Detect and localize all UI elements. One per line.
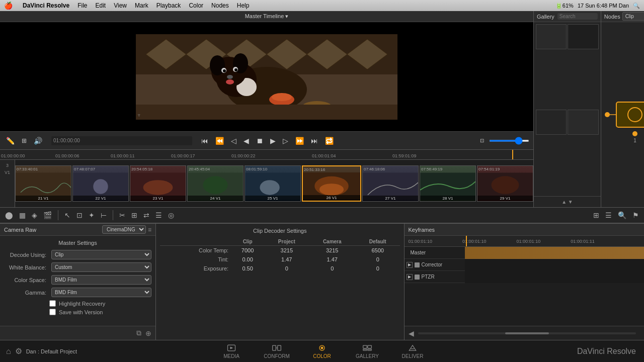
track-vi: V1: [5, 170, 10, 175]
settings-btn[interactable]: ⚙: [15, 346, 22, 356]
camera-raw-paste-btn[interactable]: ⊕: [145, 329, 151, 337]
kf-corrector-expand[interactable]: ▶: [407, 262, 413, 268]
gamma-select[interactable]: BMD Film Linear: [51, 288, 151, 297]
zoom-icon[interactable]: ⊡: [478, 137, 486, 144]
decode-select[interactable]: Clip Project: [51, 250, 151, 259]
playback-zoom-slider[interactable]: [489, 140, 529, 142]
save-with-version-cb[interactable]: [49, 309, 56, 315]
play-btn[interactable]: ▶: [268, 136, 278, 146]
rewind-btn[interactable]: ⏪: [213, 136, 226, 146]
menu-edit[interactable]: Edit: [96, 2, 106, 9]
svg-point-17: [223, 69, 226, 72]
nodes-title: Nodes: [604, 14, 620, 20]
nodes-icon[interactable]: ◈: [31, 210, 38, 220]
wb-select[interactable]: Custom Auto Daylight: [51, 262, 151, 272]
clip-26[interactable]: 20:51:33:16 26 V1: [302, 165, 361, 202]
nav-color[interactable]: COLOR: [299, 340, 345, 363]
menu-help[interactable]: Help: [237, 2, 250, 9]
preview-area[interactable]: ▿: [0, 22, 533, 131]
clip-28[interactable]: 07:56:49:19 28 V1: [420, 165, 476, 202]
nav-deliver[interactable]: DELIVER: [390, 340, 435, 363]
nav-conform[interactable]: CONFORM: [254, 340, 299, 363]
ruler-tc-6: 01:00:01:04: [312, 150, 336, 159]
flag-icon[interactable]: ⚑: [631, 210, 640, 220]
stop-btn[interactable]: ⏹: [254, 136, 265, 146]
camera-icon[interactable]: ⬤: [4, 210, 14, 220]
gallery-thumb-4[interactable]: [568, 110, 598, 135]
menubar-right: 🔋61% 17 Sun 6:48 PM Dan 🔍: [555, 3, 640, 9]
kf-ptzr-expand[interactable]: ▶: [407, 274, 413, 280]
list-view-icon[interactable]: ☰: [604, 210, 613, 220]
flag-icon[interactable]: ⊞: [20, 136, 29, 145]
gallery-thumb-3[interactable]: [536, 110, 567, 135]
decode-using-row: Decode Using: Clip Project: [4, 250, 151, 259]
reverse-btn[interactable]: ◀: [242, 136, 251, 146]
gallery-title: Gallery: [537, 14, 554, 20]
clip-22[interactable]: 07:48:07:07 22 V1: [72, 165, 129, 202]
camera-raw-copy-btn[interactable]: ⧉: [136, 329, 141, 337]
nav-gallery[interactable]: GALLERY: [345, 340, 390, 363]
nodes-content: 1 ✕: [601, 22, 644, 207]
kf-left-arrow[interactable]: ◀: [409, 329, 414, 337]
gallery-arrow[interactable]: ▲ ▼: [561, 199, 573, 205]
edit-icon[interactable]: ✏️: [4, 136, 17, 146]
clip-21[interactable]: 07:33:40:01 21 V1: [15, 165, 71, 202]
zoom-tool-icon[interactable]: ◎: [167, 210, 175, 220]
clip-25[interactable]: 08:01:59:10 25 V1: [245, 165, 301, 202]
clip-27[interactable]: 07:46:18:06 27 V1: [362, 165, 419, 202]
ptzr-label: PTZR: [422, 274, 467, 280]
ruler-tc-4: 01:00:00:17: [171, 150, 195, 159]
next-frame-btn[interactable]: ▷: [281, 136, 290, 146]
menu-view[interactable]: View: [114, 2, 127, 9]
razor-icon[interactable]: ✂: [118, 210, 126, 220]
menu-color[interactable]: Color: [189, 2, 203, 9]
search-icon[interactable]: 🔍: [633, 3, 640, 9]
prev-frame-btn[interactable]: ◁: [229, 136, 238, 146]
nodes-mode-select[interactable]: Clip Timeline: [622, 12, 644, 21]
menu-mark[interactable]: Mark: [135, 2, 148, 9]
fast-forward-btn[interactable]: ⏩: [293, 136, 306, 146]
grid-view-icon[interactable]: ⊞: [592, 210, 600, 220]
track-clips[interactable]: 07:33:40:01 21 V1 07:48:07:07 22 V1 20:5…: [15, 160, 533, 207]
cursor-icon[interactable]: ↖: [63, 210, 71, 220]
ruler-tc-5: 01:00:00:22: [231, 150, 256, 159]
camera-raw-menu-btn[interactable]: ≡: [148, 226, 151, 233]
highlight-recovery-cb[interactable]: [49, 300, 56, 307]
skip-end-btn[interactable]: ⏭: [309, 136, 320, 146]
slip-icon[interactable]: ⇄: [142, 210, 150, 220]
apple-menu[interactable]: 🍎: [4, 2, 13, 10]
app-title: DaVinci Resolve: [543, 347, 644, 356]
corrector-bar: [465, 259, 645, 271]
gallery-thumb-2[interactable]: [568, 24, 598, 49]
clip-23[interactable]: 20:54:05:18 23 V1: [130, 165, 186, 202]
codec-select[interactable]: CinemaDNG BRAW: [102, 225, 146, 234]
menu-playback[interactable]: Playback: [156, 2, 181, 9]
hand-icon[interactable]: ☰: [154, 210, 163, 220]
join-icon[interactable]: ⊞: [130, 210, 138, 220]
clip-24[interactable]: 20:45:45:04 24 V1: [187, 165, 244, 202]
video-scope-icon[interactable]: 🎬: [42, 210, 53, 220]
gallery-header: Gallery: [534, 11, 601, 22]
cs-select[interactable]: BMD Film BMD Film 4K: [51, 275, 151, 285]
gallery-search-input[interactable]: [557, 13, 598, 20]
skip-start-btn[interactable]: ⏮: [199, 136, 210, 146]
gallery-panel: Gallery ▲ ▼: [533, 11, 601, 207]
loop-btn[interactable]: 🔁: [323, 136, 336, 146]
kf-scrollbar[interactable]: [418, 332, 636, 334]
kf-footer: ◀: [405, 326, 645, 340]
waveform-icon[interactable]: ▦: [18, 210, 27, 220]
selection-icon[interactable]: ⊡: [75, 210, 84, 220]
clip-24-tc: 20:45:45:04: [189, 167, 210, 171]
filter-icon[interactable]: 🔍: [617, 210, 627, 220]
gallery-thumb-1[interactable]: [536, 24, 567, 49]
trim-icon[interactable]: ⊢: [100, 210, 108, 220]
track-label: 3 V1: [0, 160, 15, 207]
nav-media[interactable]: MEDIA: [209, 340, 254, 363]
clip-29[interactable]: 07:54:01:19 29 V1: [477, 165, 533, 202]
audio-icon[interactable]: 🔊: [32, 136, 44, 146]
timeline-title: Master Timeline ▾: [245, 13, 289, 20]
magic-icon[interactable]: ✦: [88, 210, 96, 220]
menu-nodes[interactable]: Nodes: [211, 2, 229, 9]
home-btn[interactable]: ⌂: [6, 347, 11, 356]
menu-file[interactable]: File: [77, 2, 87, 9]
